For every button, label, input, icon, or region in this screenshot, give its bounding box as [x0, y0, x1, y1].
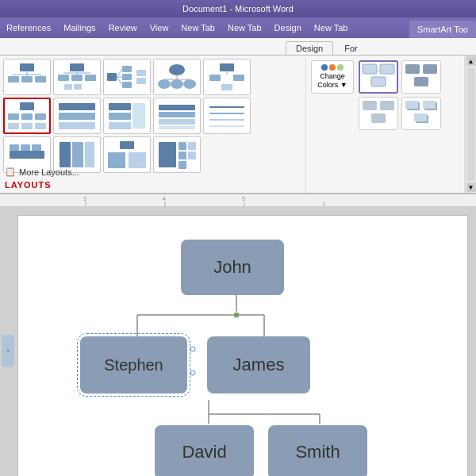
svg-rect-72 — [178, 161, 186, 169]
svg-rect-9 — [58, 75, 69, 81]
svg-line-24 — [117, 77, 122, 85]
svg-rect-38 — [8, 113, 19, 120]
node-john[interactable]: John — [181, 240, 284, 295]
svg-rect-79 — [423, 64, 437, 74]
title-bar: Document1 - Microsoft Word — [0, 0, 476, 17]
layouts-label: LAYOUTS — [5, 180, 52, 190]
ruler: 3 4 5 — [0, 194, 476, 207]
svg-rect-66 — [120, 141, 134, 149]
svg-rect-85 — [405, 101, 418, 109]
svg-rect-11 — [85, 75, 96, 81]
svg-text:3: 3 — [83, 196, 86, 202]
svg-rect-35 — [221, 84, 232, 90]
svg-rect-43 — [35, 123, 46, 129]
svg-rect-45 — [59, 113, 95, 120]
menu-design[interactable]: Design — [268, 21, 308, 35]
svg-rect-3 — [35, 76, 46, 83]
svg-rect-2 — [21, 76, 33, 83]
layout-item-2[interactable] — [53, 59, 101, 95]
layout-item-8[interactable] — [103, 98, 151, 134]
menu-references[interactable]: References — [0, 21, 57, 35]
svg-point-27 — [171, 79, 183, 89]
svg-rect-34 — [233, 75, 244, 81]
svg-rect-42 — [21, 123, 33, 129]
svg-rect-52 — [159, 112, 195, 117]
layout-item-1[interactable] — [3, 59, 51, 95]
svg-rect-90 — [6, 195, 466, 206]
svg-rect-81 — [363, 101, 377, 110]
svg-rect-39 — [21, 113, 33, 120]
style-item-4[interactable] — [401, 97, 441, 130]
ribbon-scrollbar[interactable]: ▲ ▼ — [465, 56, 476, 193]
svg-rect-78 — [405, 64, 420, 74]
svg-rect-61 — [21, 144, 30, 151]
svg-rect-83 — [371, 113, 386, 123]
menu-newtab3[interactable]: New Tab — [308, 21, 355, 35]
style-item-2[interactable] — [401, 60, 441, 94]
svg-rect-8 — [70, 63, 84, 71]
svg-point-28 — [183, 79, 196, 89]
layout-item-7[interactable] — [53, 98, 101, 134]
svg-rect-89 — [414, 113, 427, 121]
svg-rect-32 — [220, 63, 234, 71]
menu-review[interactable]: Review — [102, 21, 144, 35]
svg-rect-59 — [10, 151, 44, 159]
svg-rect-64 — [72, 142, 83, 167]
scroll-up-button[interactable]: ▲ — [466, 56, 476, 66]
color-dot-green — [337, 64, 344, 71]
document-area: › — [0, 207, 476, 476]
svg-rect-41 — [8, 123, 19, 129]
layout-item-10[interactable] — [203, 98, 251, 134]
scroll-down-button[interactable]: ▼ — [466, 182, 476, 192]
smartart-tools-tab[interactable]: SmartArt Too — [409, 21, 476, 38]
layout-item-6[interactable] — [3, 98, 51, 134]
title-text: Document1 - Microsoft Word — [182, 4, 294, 13]
svg-rect-54 — [159, 126, 195, 129]
layout-item-3[interactable] — [103, 59, 151, 95]
svg-rect-20 — [136, 70, 146, 76]
more-layouts-text[interactable]: More Layouts... — [19, 167, 79, 177]
svg-point-110 — [190, 370, 195, 375]
menu-newtab1[interactable]: New Tab — [175, 21, 221, 35]
menu-mailings[interactable]: Mailings — [57, 21, 102, 35]
svg-rect-60 — [10, 144, 19, 151]
svg-rect-44 — [59, 103, 95, 110]
svg-rect-73 — [188, 142, 196, 150]
svg-rect-0 — [20, 63, 34, 71]
node-stephen[interactable]: Stephen — [80, 336, 187, 393]
smartart-styles-panel: ChangeColors ▼ — [306, 56, 465, 193]
svg-point-25 — [169, 64, 185, 75]
svg-rect-67 — [108, 152, 125, 168]
style-item-1[interactable] — [359, 60, 398, 94]
menu-newtab2[interactable]: New Tab — [221, 21, 268, 35]
node-james[interactable]: James — [207, 336, 310, 393]
svg-rect-77 — [371, 77, 386, 86]
node-smith[interactable]: Smith — [268, 425, 367, 476]
layouts-panel: 📋 More Layouts... LAYOUTS — [0, 56, 306, 193]
svg-rect-16 — [107, 73, 117, 81]
tab-design[interactable]: Design — [286, 41, 333, 55]
svg-rect-51 — [159, 105, 195, 110]
svg-rect-1 — [8, 76, 19, 83]
svg-rect-69 — [159, 142, 176, 167]
expand-panel-button[interactable]: › — [2, 335, 14, 367]
color-dot-orange — [329, 64, 336, 71]
layout-item-13[interactable] — [103, 136, 151, 173]
layout-item-5[interactable] — [203, 59, 251, 95]
layout-item-14[interactable] — [153, 136, 201, 173]
svg-rect-53 — [159, 119, 195, 125]
more-layouts-link[interactable]: 📋 More Layouts... — [5, 167, 79, 177]
style-item-3[interactable] — [359, 97, 398, 130]
svg-rect-71 — [178, 152, 186, 159]
layout-item-4[interactable] — [153, 59, 201, 95]
svg-rect-17 — [122, 66, 132, 72]
svg-rect-37 — [20, 102, 34, 110]
tab-for[interactable]: For — [335, 42, 367, 55]
layout-item-9[interactable] — [153, 98, 201, 134]
menu-view[interactable]: View — [144, 21, 175, 35]
svg-line-22 — [117, 69, 122, 77]
node-david[interactable]: David — [155, 425, 254, 476]
left-panel: › — [0, 207, 16, 476]
svg-rect-18 — [122, 74, 132, 80]
change-colors-button[interactable]: ChangeColors ▼ — [311, 60, 354, 94]
